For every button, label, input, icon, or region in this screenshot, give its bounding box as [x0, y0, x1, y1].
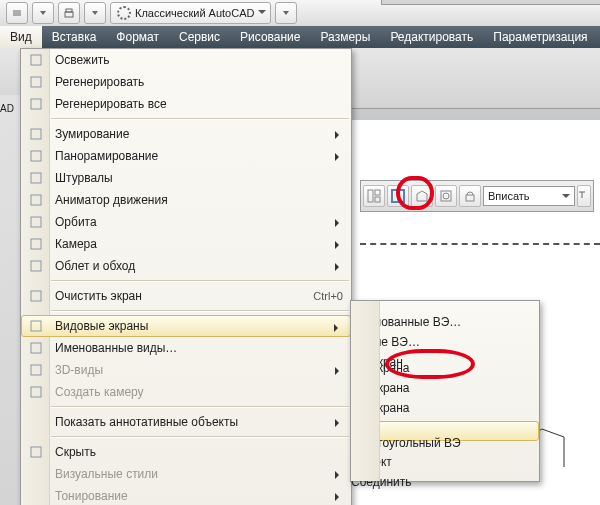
menu-Параметризация[interactable]: Параметризация	[483, 26, 597, 48]
menuitem-label: Скрыть	[55, 445, 343, 459]
menuitem-camera-icon[interactable]: Камера	[21, 233, 351, 255]
vp-scale-more[interactable]	[577, 185, 591, 207]
menuitem-label: Визуальные стили	[55, 467, 343, 481]
3d-views-icon	[25, 361, 47, 379]
menuitem-label: Показать аннотативные объекты	[55, 415, 343, 429]
menu-Сервис[interactable]: Сервис	[169, 26, 230, 48]
svg-rect-18	[31, 261, 41, 271]
svg-rect-0	[65, 12, 73, 17]
camera-icon	[25, 235, 47, 253]
menuitem-3d-views-icon: 3D-виды	[21, 359, 351, 381]
svg-rect-14	[31, 173, 41, 183]
svg-rect-1	[66, 9, 72, 12]
menu-Вид[interactable]: Вид	[0, 26, 42, 48]
svg-rect-19	[31, 291, 41, 301]
svg-rect-23	[31, 387, 41, 397]
menuitem-pan-icon[interactable]: Панорамирование	[21, 145, 351, 167]
print-button[interactable]	[58, 2, 80, 24]
blank-icon	[25, 413, 47, 431]
svg-rect-21	[31, 343, 41, 353]
menu-Редактировать[interactable]: Редактировать	[380, 26, 483, 48]
menu-Формат[interactable]: Формат	[106, 26, 169, 48]
vp-clip-button[interactable]	[435, 185, 457, 207]
menuitem-label: Камера	[55, 237, 343, 251]
menuitem-label: Аниматор движения	[55, 193, 343, 207]
wheel-icon	[25, 169, 47, 187]
viewport-scale-value: Вписать	[488, 190, 530, 202]
svg-rect-9	[31, 55, 41, 65]
svg-rect-13	[31, 151, 41, 161]
menuitem-regen-icon[interactable]: Регенерировать	[21, 71, 351, 93]
vp-lock-button[interactable]	[459, 185, 481, 207]
menuitem-named-views-icon[interactable]: Именованные виды…	[21, 337, 351, 359]
qat-button[interactable]	[6, 2, 28, 24]
clear-icon	[25, 287, 47, 305]
vp-poly-button[interactable]	[411, 185, 433, 207]
svg-rect-16	[31, 217, 41, 227]
create-camera-icon	[25, 383, 47, 401]
menuitem-orbit-icon[interactable]: Орбита	[21, 211, 351, 233]
menuitem-label: Орбита	[55, 215, 343, 229]
view-menu: ОсвежитьРегенерироватьРегенерировать все…	[20, 48, 352, 505]
menuitem-label: Регенерировать	[55, 75, 343, 89]
menuitem-Визуальные стили: Визуальные стили	[21, 463, 351, 485]
hide-icon	[25, 443, 47, 461]
gear-icon	[117, 6, 131, 20]
menuitem-label: Тонирование	[55, 489, 343, 503]
menuitem-label: Зумирование	[55, 127, 343, 141]
left-label: AD	[0, 103, 14, 114]
menuitem-label: 3D-виды	[55, 363, 343, 377]
menuitem-label: Создать камеру	[55, 385, 343, 399]
refresh-icon	[25, 51, 47, 69]
menuitem-label: Штурвалы	[55, 171, 343, 185]
pan-icon	[25, 147, 47, 165]
viewports-submenu: Именованные ВЭ…Новые ВЭ…1 ВЭкран2 ВЭкран…	[350, 300, 540, 482]
svg-point-7	[443, 193, 449, 199]
svg-rect-17	[31, 239, 41, 249]
menuitem-viewports-icon[interactable]: Видовые экраны	[21, 315, 351, 337]
svg-rect-22	[31, 365, 41, 375]
viewports-icon	[25, 317, 47, 335]
viewport-scale-dropdown[interactable]: Вписать	[483, 186, 575, 206]
menuitem-zoom-icon[interactable]: Зумирование	[21, 123, 351, 145]
menuitem-label: Панорамирование	[55, 149, 343, 163]
vp-named-button[interactable]	[363, 185, 385, 207]
menu-Вставка[interactable]: Вставка	[42, 26, 107, 48]
svg-rect-2	[368, 190, 373, 202]
poly-vp-icon	[355, 422, 531, 436]
zoom-icon	[25, 125, 47, 143]
menuitem-label: Очистить экран	[55, 289, 313, 303]
menuitem-hide-icon[interactable]: Скрыть	[21, 441, 351, 463]
menuitem-walk-icon[interactable]: Облет и обход	[21, 255, 351, 277]
qat-dropdown[interactable]	[32, 2, 54, 24]
menuitem-create-camera-icon: Создать камеру	[21, 381, 351, 403]
regen-icon	[25, 73, 47, 91]
left-sidebar	[0, 95, 20, 505]
qat-dropdown-3[interactable]	[275, 2, 297, 24]
menu-Рисование[interactable]: Рисование	[230, 26, 310, 48]
menuitem-motion-icon[interactable]: Аниматор движения	[21, 189, 351, 211]
vp-single-button[interactable]	[387, 185, 409, 207]
menuitem-Тонирование: Тонирование	[21, 485, 351, 505]
paper-edge	[360, 243, 600, 245]
svg-rect-5	[392, 190, 404, 202]
menuitem-wheel-icon[interactable]: Штурвалы	[21, 167, 351, 189]
menuitem-label: Облет и обход	[55, 259, 343, 273]
menuitem-Показать аннотативные объекты[interactable]: Показать аннотативные объекты	[21, 411, 351, 433]
menuitem-clear-icon[interactable]: Очистить экранCtrl+0	[21, 285, 351, 307]
walk-icon	[25, 257, 47, 275]
menuitem-regen-all-icon[interactable]: Регенерировать все	[21, 93, 351, 115]
menu-Размеры[interactable]: Размеры	[311, 26, 381, 48]
menuitem-label: Видовые экраны	[55, 319, 343, 333]
qat-dropdown-2[interactable]	[84, 2, 106, 24]
svg-rect-4	[375, 197, 380, 202]
menuitem-refresh-icon[interactable]: Освежить	[21, 49, 351, 71]
svg-rect-8	[466, 195, 474, 201]
app-window: Классический AutoCAD ВидВставкаФорматСер…	[0, 0, 600, 505]
workspace-selector[interactable]: Классический AutoCAD	[110, 2, 271, 24]
svg-rect-24	[31, 447, 41, 457]
svg-rect-20	[31, 321, 41, 331]
svg-rect-10	[31, 77, 41, 87]
menu-bar: ВидВставкаФорматСервисРисованиеРазмерыРе…	[0, 26, 600, 48]
regen-all-icon	[25, 95, 47, 113]
